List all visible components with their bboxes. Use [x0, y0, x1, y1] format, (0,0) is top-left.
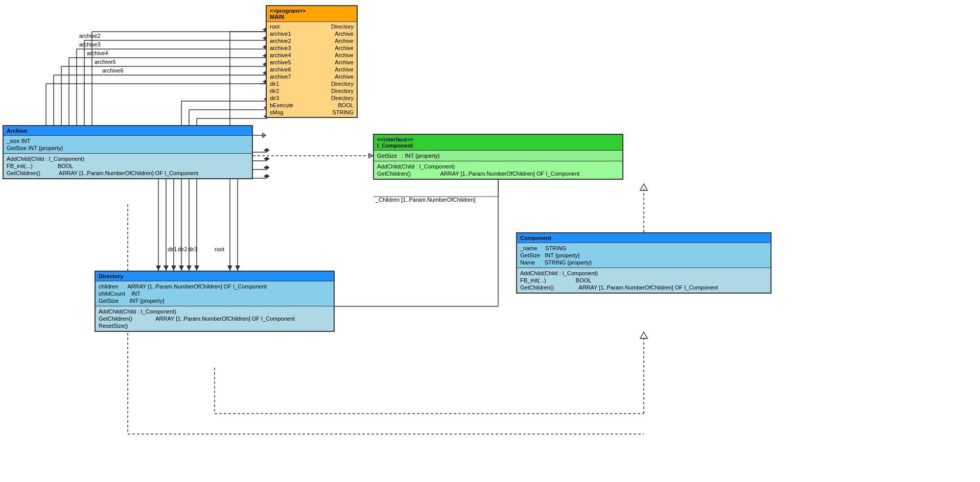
icomponent-header: <<interface>> I_Component [374, 135, 622, 151]
main-row-archive6: archive6Archive [270, 66, 354, 73]
svg-text:archive4: archive4 [87, 50, 108, 56]
archive-title: Archive [7, 128, 27, 134]
main-row-bexecute: bExecuteBOOL [270, 102, 354, 109]
svg-marker-58 [164, 266, 169, 271]
main-stereotype: <<program>> [270, 8, 354, 14]
svg-text:dir1: dir1 [168, 246, 177, 252]
directory-title: Directory [99, 273, 123, 279]
main-row-archive2: archive2Archive [270, 37, 354, 44]
archive-section1: _size INT GetSize INT {property} [4, 136, 252, 154]
icomponent-title: I_Component [377, 142, 619, 149]
main-body: rootDirectory archive1Archive archive2Ar… [267, 22, 357, 117]
main-row-dir1: dir1Directory [270, 80, 354, 87]
directory-header: Directory [96, 272, 334, 281]
archive-section2: AddChild(Child : I_Component) FB_init(..… [4, 154, 252, 178]
svg-marker-31 [179, 266, 184, 271]
main-row-archive3: archive3Archive [270, 44, 354, 52]
main-title: MAIN [270, 14, 354, 20]
component-section1: _name STRING GetSize INT {property} Name… [517, 243, 771, 268]
arrows-svg: _Children [1..Param.NumberOfChildren] ar… [0, 0, 980, 482]
icomponent-section1: GetSize : INT {property} [374, 151, 622, 161]
svg-marker-61 [156, 266, 161, 271]
icomponent-section2: AddChild(Child : I_Component) GetChildre… [374, 161, 622, 179]
svg-marker-52 [264, 174, 270, 178]
component-title: Component [520, 235, 551, 241]
icomponent-stereotype: <<interface>> [377, 136, 619, 142]
archive-header: Archive [4, 126, 252, 136]
svg-text:dir2: dir2 [178, 246, 187, 252]
svg-text:archive2: archive2 [79, 33, 101, 39]
component-section2: AddChild(Child : I_Component) FB_init(..… [517, 268, 771, 293]
svg-marker-64 [235, 266, 240, 271]
children-label: _Children [1..Param.NumberOfChildren] [375, 197, 476, 203]
svg-marker-55 [171, 266, 176, 271]
svg-marker-66 [369, 154, 373, 158]
svg-marker-34 [186, 266, 192, 271]
svg-marker-49 [264, 148, 270, 152]
icomponent-box: <<interface>> I_Component GetSize : INT … [373, 134, 623, 180]
main-row-archive5: archive5Archive [270, 59, 354, 66]
svg-marker-37 [194, 266, 199, 271]
svg-marker-76 [640, 332, 647, 339]
directory-section1: children ARRAY [1..Param.NumberOfChildre… [96, 281, 334, 306]
svg-text:archive6: archive6 [102, 67, 124, 74]
svg-text:root: root [215, 246, 224, 252]
main-row-archive1: archive1Archive [270, 30, 354, 37]
main-row-archive4: archive4Archive [270, 52, 354, 59]
svg-marker-27 [263, 133, 266, 137]
component-header: Component [517, 233, 771, 243]
svg-text:archive5: archive5 [95, 59, 116, 65]
svg-marker-50 [264, 157, 270, 161]
archive-box: Archive _size INT GetSize INT {property}… [3, 125, 253, 179]
main-row-root: rootDirectory [270, 23, 354, 30]
main-box: <<program>> MAIN rootDirectory archive1A… [266, 5, 358, 118]
main-row-smsg: sMsgSTRING [270, 109, 354, 116]
main-row-dir3: dir3Directory [270, 94, 354, 102]
svg-text:archive3: archive3 [79, 41, 101, 47]
svg-text:dir3: dir3 [188, 246, 197, 252]
component-box: Component _name STRING GetSize INT {prop… [516, 232, 772, 294]
main-row-archive7: archive7Archive [270, 73, 354, 80]
svg-marker-42 [227, 266, 232, 271]
svg-marker-51 [264, 165, 270, 170]
svg-marker-72 [640, 184, 647, 190]
directory-section2: AddChild(Child : I_Component) GetChildre… [96, 306, 334, 331]
directory-box: Directory children ARRAY [1..Param.Numbe… [95, 271, 335, 332]
main-header: <<program>> MAIN [267, 6, 357, 22]
main-row-dir2: dir2Directory [270, 87, 354, 94]
diagram-container: _Children [1..Param.NumberOfChildren] ar… [0, 0, 980, 482]
